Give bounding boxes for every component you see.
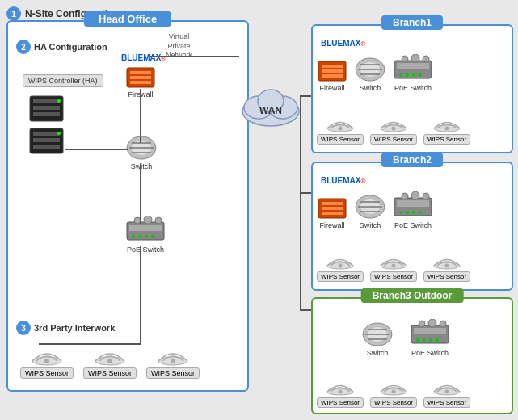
svg-point-13 bbox=[57, 132, 61, 135]
svg-point-23 bbox=[145, 235, 148, 238]
svg-point-98 bbox=[423, 338, 426, 342]
svg-rect-1 bbox=[130, 71, 151, 74]
line-sw-poe bbox=[140, 163, 141, 224]
ho-sensor-2: WIPS Sensor bbox=[83, 345, 137, 379]
ho-sensor-3: WIPS Sensor bbox=[146, 345, 200, 379]
svg-point-57 bbox=[411, 54, 419, 62]
svg-point-85 bbox=[339, 264, 343, 268]
b2-poe-switch: PoE Switch bbox=[393, 191, 433, 229]
branch1-title: Branch1 bbox=[381, 15, 443, 30]
bluemax-b1: BLUEMAX® bbox=[321, 38, 365, 48]
svg-rect-20 bbox=[129, 225, 162, 231]
b2-devices: Firewall Switch bbox=[317, 191, 433, 229]
svg-point-78 bbox=[412, 211, 415, 214]
svg-point-58 bbox=[423, 56, 429, 62]
step3-label: 3 3rd Party Interwork bbox=[16, 321, 115, 335]
step1-number: 1 bbox=[6, 6, 21, 21]
svg-point-32 bbox=[107, 359, 112, 363]
svg-point-101 bbox=[442, 338, 445, 342]
wips-controller-badge: WIPS Controller (HA) bbox=[23, 74, 103, 87]
b2-switch: Switch bbox=[354, 194, 386, 229]
ha-device-1 bbox=[28, 94, 65, 124]
svg-point-77 bbox=[406, 211, 409, 214]
wan-cloud: WAN bbox=[238, 81, 303, 129]
b3-sensor-2: WIPS Sensor bbox=[370, 378, 417, 408]
svg-point-97 bbox=[416, 338, 419, 342]
svg-point-103 bbox=[428, 319, 436, 327]
svg-point-64 bbox=[445, 127, 449, 131]
svg-point-99 bbox=[429, 338, 432, 342]
line-ha-sw bbox=[65, 149, 128, 150]
b2-firewall: Firewall bbox=[317, 197, 347, 229]
line-sensor-h bbox=[39, 343, 141, 345]
bluemax-logo-ho: BLUEMAX® bbox=[121, 52, 166, 62]
ha-device-2 bbox=[28, 127, 65, 157]
svg-point-76 bbox=[399, 211, 402, 214]
branch2-box: Branch2 BLUEMAX® Firewall bbox=[311, 162, 513, 291]
svg-rect-6 bbox=[33, 106, 60, 110]
head-office-title: Head Office bbox=[84, 11, 171, 27]
svg-point-102 bbox=[419, 321, 425, 327]
svg-point-27 bbox=[144, 216, 152, 224]
svg-rect-11 bbox=[33, 138, 60, 142]
svg-point-30 bbox=[44, 359, 49, 363]
svg-rect-43 bbox=[322, 74, 343, 78]
svg-point-83 bbox=[423, 193, 429, 200]
svg-point-106 bbox=[339, 390, 343, 394]
svg-rect-68 bbox=[322, 212, 343, 215]
ho-sensor-2-label: WIPS Sensor bbox=[83, 368, 137, 379]
branch1-box: Branch1 BLUEMAX® Firewall bbox=[311, 24, 513, 153]
b3-sensor-3: WIPS Sensor bbox=[423, 378, 470, 408]
poe-switch-ho: PoE Switch bbox=[125, 216, 166, 254]
b3-sensor-1: WIPS Sensor bbox=[317, 378, 364, 408]
line-poe-sensors bbox=[140, 246, 141, 343]
b3-switch: Switch bbox=[361, 321, 394, 357]
svg-point-100 bbox=[436, 338, 439, 342]
svg-rect-50 bbox=[397, 63, 429, 69]
ha-config-label: 2 HA Configuration bbox=[16, 40, 107, 54]
line-wan-v1 bbox=[300, 95, 301, 192]
svg-rect-10 bbox=[33, 132, 60, 136]
b1-poe-switch: PoE Switch bbox=[393, 54, 433, 92]
step2-text: HA Configuration bbox=[34, 42, 107, 52]
line-fw-sw bbox=[140, 89, 141, 143]
svg-point-52 bbox=[406, 74, 409, 77]
svg-point-25 bbox=[158, 235, 161, 238]
svg-point-55 bbox=[425, 74, 428, 77]
svg-point-51 bbox=[399, 74, 402, 77]
b1-sensor-row: WIPS Sensor WIPS Sensor WIPS Sen bbox=[317, 115, 470, 145]
step2-number: 2 bbox=[16, 40, 31, 54]
bluemax-b2: BLUEMAX® bbox=[321, 175, 365, 185]
branch3-title: Branch3 Outdoor bbox=[361, 288, 464, 303]
svg-point-89 bbox=[445, 264, 449, 268]
svg-rect-75 bbox=[397, 200, 429, 207]
svg-point-24 bbox=[151, 235, 154, 238]
svg-rect-2 bbox=[130, 76, 151, 79]
svg-point-110 bbox=[445, 390, 449, 394]
line-wan-v2 bbox=[300, 192, 301, 309]
svg-point-22 bbox=[138, 235, 141, 238]
svg-rect-66 bbox=[322, 202, 343, 205]
svg-point-53 bbox=[412, 74, 415, 77]
ho-sensor-1-label: WIPS Sensor bbox=[20, 368, 74, 379]
ho-sensor-3-label: WIPS Sensor bbox=[146, 368, 200, 379]
svg-point-82 bbox=[411, 191, 419, 200]
svg-point-60 bbox=[339, 127, 343, 131]
svg-point-81 bbox=[402, 193, 408, 200]
line-ho-wan bbox=[150, 56, 239, 57]
svg-point-80 bbox=[425, 211, 428, 214]
b2-sensor-row: WIPS Sensor WIPS Sensor WIPS Sen bbox=[317, 252, 470, 282]
b1-devices: Firewall Switch bbox=[317, 54, 433, 92]
step3-text: 3rd Party Interwork bbox=[34, 323, 115, 333]
svg-rect-3 bbox=[130, 81, 151, 84]
svg-point-56 bbox=[402, 56, 408, 62]
svg-point-54 bbox=[419, 74, 422, 77]
b1-firewall: Firewall bbox=[317, 60, 347, 92]
svg-point-28 bbox=[155, 217, 162, 224]
b2-sensor-3: WIPS Sensor bbox=[423, 252, 470, 282]
b1-sensor-2: WIPS Sensor bbox=[370, 115, 417, 145]
b3-poe-switch: PoE Switch bbox=[410, 319, 450, 357]
svg-point-21 bbox=[132, 235, 135, 238]
step3-number: 3 bbox=[16, 321, 31, 335]
svg-rect-67 bbox=[322, 207, 343, 210]
